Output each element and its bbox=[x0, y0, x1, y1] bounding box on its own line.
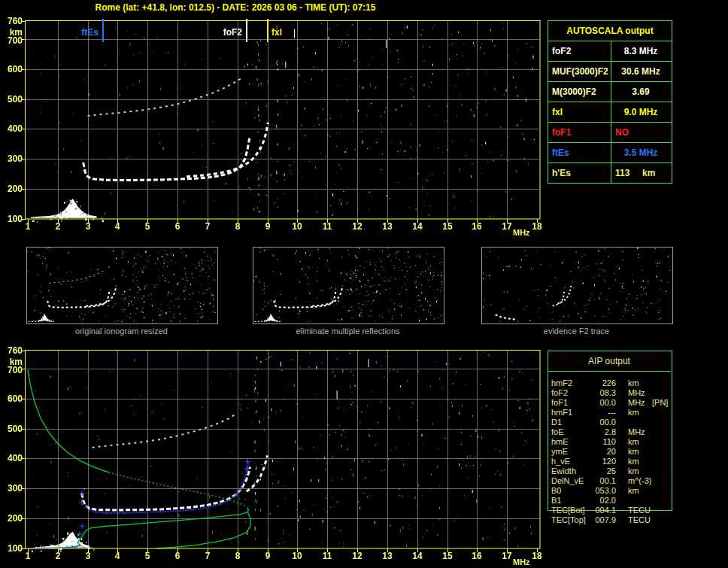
bottom-x-tick-label: 11 bbox=[319, 551, 335, 560]
autoscala-row-fxi: fxI9.0 MHz bbox=[548, 102, 672, 123]
aip-sp bbox=[616, 496, 628, 506]
aip-val: 02.0 bbox=[591, 496, 616, 506]
aip-val: 2.8 bbox=[591, 427, 616, 437]
aip-param: DelN_vE bbox=[551, 476, 591, 486]
aip-unit: km bbox=[628, 408, 652, 418]
autoscala-value: 113 km bbox=[611, 163, 670, 183]
bottom-y-axis-unit: km bbox=[2, 357, 23, 366]
aip-param: D1 bbox=[551, 418, 591, 427]
aip-row-hme: hmE110km bbox=[551, 437, 670, 447]
aip-extra bbox=[652, 457, 670, 466]
aip-unit: km bbox=[628, 437, 652, 447]
aip-row-ewidth: Ewidth25km bbox=[551, 466, 670, 476]
aip-row-b0: B0053.0km bbox=[551, 486, 670, 496]
top-x-tick-label: 12 bbox=[349, 222, 366, 231]
aip-param: Ewidth bbox=[551, 466, 591, 476]
bottom-x-tick-label: 15 bbox=[439, 551, 456, 560]
aip-param: hmE bbox=[551, 437, 591, 447]
panel-evidence-f2 bbox=[481, 247, 673, 324]
aip-extra bbox=[652, 515, 670, 525]
autoscala-param: ftEs bbox=[548, 143, 611, 163]
aip-unit: MHz bbox=[628, 388, 652, 398]
aip-sp bbox=[616, 515, 628, 525]
bottom-x-tick-label: 2 bbox=[50, 551, 66, 560]
aip-row-hve: h_vE120km bbox=[551, 457, 670, 466]
aip-val: 08.3 bbox=[591, 388, 616, 398]
bottom-y-tick-label: 600 bbox=[2, 394, 23, 403]
top-x-tick-label: 9 bbox=[259, 222, 276, 231]
top-x-tick-label: 11 bbox=[319, 222, 335, 231]
bottom-x-tick-label: 10 bbox=[289, 551, 305, 560]
autoscala-table-title: AUTOSCALA output bbox=[548, 21, 672, 41]
aip-unit: km bbox=[628, 447, 652, 457]
autoscala-param: MUF(3000)F2 bbox=[548, 62, 611, 81]
bottom-x-tick-label: 13 bbox=[379, 551, 396, 560]
aip-row-d1: D100.0 bbox=[551, 418, 670, 427]
bottom-x-tick-label: 1 bbox=[20, 551, 36, 560]
aip-unit bbox=[628, 418, 652, 427]
aip-param: foF1 bbox=[551, 398, 591, 408]
aip-table-title: AIP output bbox=[548, 351, 671, 372]
aip-unit: km bbox=[628, 378, 652, 388]
bottom-x-tick-label: 12 bbox=[349, 551, 366, 560]
bottom-y-tick-label: 200 bbox=[2, 514, 23, 523]
top-x-tick-label: 4 bbox=[109, 222, 126, 231]
autoscala-row-ftes: ftEs3.5 MHz bbox=[548, 143, 672, 163]
panel-original-ionogram bbox=[26, 247, 218, 324]
aip-sp bbox=[616, 476, 628, 486]
bottom-y-tick-label: 760 bbox=[2, 346, 23, 355]
aip-row-yme: ymE20km bbox=[551, 447, 670, 457]
top-x-axis-unit: MHz bbox=[513, 228, 530, 237]
aip-param: B1 bbox=[551, 496, 591, 506]
aip-unit: TECU bbox=[628, 515, 652, 525]
aip-extra bbox=[652, 486, 670, 496]
aip-param: TEC[Top] bbox=[551, 515, 591, 525]
aip-sp bbox=[616, 486, 628, 496]
aip-sp bbox=[616, 506, 628, 515]
top-x-tick-label: 1 bbox=[20, 222, 36, 231]
top-y-tick-label: 300 bbox=[2, 154, 23, 163]
bottom-x-tick-label: 16 bbox=[469, 551, 485, 560]
aip-param: ymE bbox=[551, 447, 591, 457]
autoscala-param: M(3000)F2 bbox=[548, 82, 611, 102]
top-x-tick-label: 6 bbox=[169, 222, 186, 231]
autoscala-row-hes: h'Es113 km bbox=[548, 163, 672, 183]
bottom-x-tick-label: 7 bbox=[199, 551, 216, 560]
autoscala-value: 30.6 MHz bbox=[611, 62, 670, 81]
top-y-tick-label: 200 bbox=[2, 184, 23, 193]
aip-sp bbox=[616, 398, 628, 408]
autoscala-param: fxI bbox=[548, 102, 611, 122]
top-x-tick-label: 3 bbox=[80, 222, 96, 231]
panel-caption-original: original ionogram resized bbox=[26, 327, 217, 336]
aip-row-fof2: foF208.3MHz bbox=[551, 388, 670, 398]
autoscala-row-m3000f2: M(3000)F23.69 bbox=[548, 82, 672, 102]
aip-val: 25 bbox=[591, 466, 616, 476]
aip-row-foe: foE2.8MHz bbox=[551, 427, 670, 437]
aip-unit: TECU bbox=[628, 506, 652, 515]
aip-sp bbox=[616, 378, 628, 388]
top-y-tick-label: 500 bbox=[2, 95, 23, 104]
aip-unit bbox=[628, 496, 652, 506]
aip-unit: km bbox=[628, 486, 652, 496]
aip-param: foE bbox=[551, 427, 591, 437]
aip-unit: MHz bbox=[628, 427, 652, 437]
aip-param: hmF1 bbox=[551, 408, 591, 418]
aip-sp bbox=[616, 447, 628, 457]
autoscala-value: 3.69 bbox=[611, 82, 670, 102]
autoscala-row-fof1: foF1NO bbox=[548, 123, 672, 143]
aip-unit: km bbox=[628, 466, 652, 476]
top-x-tick-label: 8 bbox=[229, 222, 246, 231]
aip-val: 053.0 bbox=[591, 486, 616, 496]
aip-extra bbox=[652, 447, 670, 457]
autoscala-value: 3.5 MHz bbox=[611, 143, 670, 163]
aip-val: 00.0 bbox=[591, 418, 616, 427]
autoscala-value: NO bbox=[611, 123, 670, 142]
top-y-tick-label: 600 bbox=[2, 65, 23, 74]
aip-row-delnve: DelN_vE00.1m^(-3) bbox=[551, 476, 670, 486]
bottom-x-tick-label: 9 bbox=[259, 551, 276, 560]
top-x-tick-label: 13 bbox=[379, 222, 396, 231]
bottom-x-tick-label: 14 bbox=[409, 551, 426, 560]
aip-sp bbox=[616, 427, 628, 437]
autoscala-param: foF1 bbox=[548, 123, 611, 142]
bottom-x-axis-unit: MHz bbox=[513, 557, 530, 566]
